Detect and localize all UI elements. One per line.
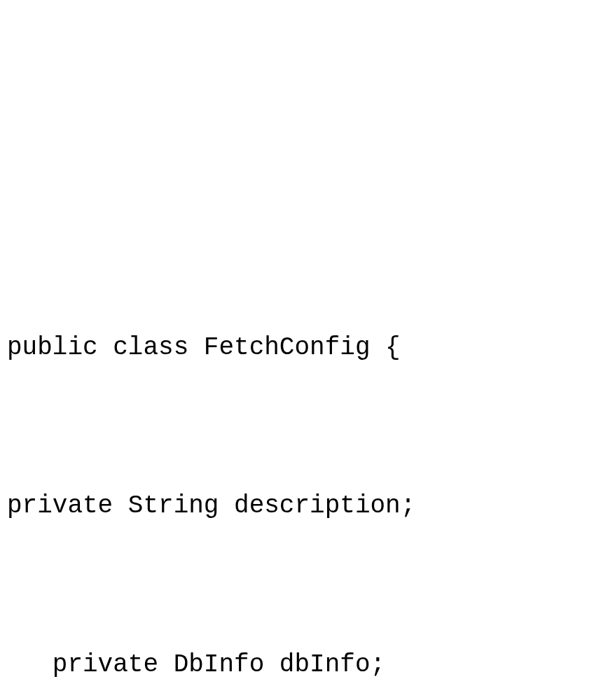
code-line: private DbInfo dbInfo;: [7, 638, 601, 692]
code-line: public class FetchConfig {: [7, 321, 601, 374]
code-block: public class FetchConfig { private Strin…: [7, 215, 601, 700]
code-line: private String description;: [7, 479, 601, 533]
